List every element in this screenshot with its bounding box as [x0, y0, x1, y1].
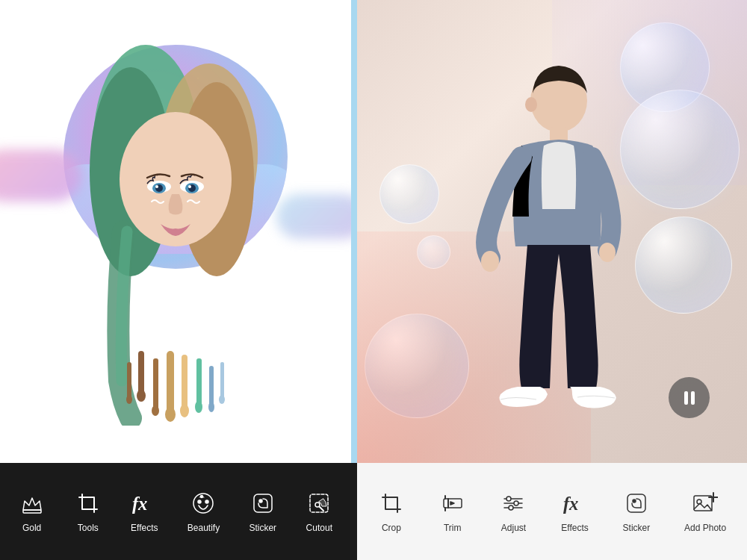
svg-point-24 — [208, 402, 214, 412]
svg-point-37 — [198, 500, 201, 503]
svg-point-22 — [195, 401, 202, 413]
tool-effects-right[interactable]: fx Effects — [555, 486, 594, 537]
left-panel — [0, 0, 351, 463]
svg-rect-19 — [182, 355, 187, 411]
pause-icon — [684, 391, 695, 405]
bottom-toolbars: Gold Tools fx Effects — [0, 463, 747, 560]
svg-text:fx: fx — [132, 494, 148, 514]
pause-button[interactable] — [669, 377, 710, 418]
svg-point-8 — [155, 185, 158, 188]
pause-bar-left — [684, 391, 688, 405]
tool-sticker-label: Sticker — [249, 523, 276, 533]
cutout-icon — [306, 490, 332, 517]
tool-sticker-right-label: Sticker — [623, 523, 651, 533]
tool-trim[interactable]: Trim — [433, 486, 472, 537]
tool-effects-label: Effects — [131, 523, 158, 533]
tool-add-photo-label: Add Photo — [684, 523, 726, 533]
svg-text:fx: fx — [562, 494, 578, 514]
svg-line-44 — [320, 507, 323, 511]
toolbar-separator — [351, 463, 357, 560]
svg-point-16 — [152, 405, 159, 416]
tool-sticker-right[interactable]: Sticker — [617, 486, 657, 537]
sticker-left-icon — [249, 490, 276, 517]
tool-effects[interactable]: fx Effects — [125, 486, 164, 537]
svg-point-32 — [481, 251, 499, 272]
tool-adjust-label: Adjust — [501, 523, 526, 533]
bubble-medium-lower-right — [635, 217, 732, 314]
trim-icon — [439, 490, 466, 517]
adjust-icon — [500, 490, 527, 517]
crop-right-icon — [378, 490, 405, 517]
tool-cutout-label: Cutout — [306, 523, 332, 533]
svg-point-52 — [514, 501, 518, 505]
bubble-small-left — [379, 164, 439, 224]
crown-icon — [19, 490, 46, 517]
left-toolbar: Gold Tools fx Effects — [0, 463, 351, 560]
tool-gold-label: Gold — [22, 523, 41, 533]
svg-rect-21 — [196, 358, 202, 407]
tool-sticker[interactable]: Sticker — [243, 486, 282, 537]
svg-rect-17 — [167, 351, 174, 414]
app-container: Gold Tools fx Effects — [0, 0, 747, 560]
tool-gold[interactable]: Gold — [13, 486, 52, 537]
tool-crop-label: Crop — [382, 523, 401, 533]
canvas-area — [0, 0, 747, 463]
svg-rect-23 — [209, 366, 214, 407]
svg-point-4 — [120, 112, 232, 246]
svg-rect-34 — [23, 510, 41, 513]
svg-rect-13 — [138, 351, 144, 396]
fx-right-icon: fx — [562, 490, 589, 517]
tool-add-photo[interactable]: Add Photo — [678, 486, 732, 537]
svg-point-41 — [259, 500, 262, 503]
svg-point-53 — [509, 505, 513, 510]
svg-point-38 — [205, 500, 208, 503]
svg-rect-55 — [627, 494, 645, 512]
tool-tools[interactable]: Tools — [69, 486, 108, 537]
svg-rect-25 — [220, 362, 224, 399]
svg-point-20 — [180, 404, 189, 417]
portrait-artwork — [49, 22, 303, 426]
pause-bar-right — [691, 391, 695, 405]
tool-crop[interactable]: Crop — [372, 486, 411, 537]
tool-adjust[interactable]: Adjust — [494, 486, 533, 537]
fx-left-icon: fx — [131, 490, 158, 517]
svg-rect-27 — [127, 362, 131, 399]
panel-separator — [351, 0, 357, 463]
svg-point-12 — [188, 185, 191, 188]
tool-cutout[interactable]: Cutout — [300, 486, 338, 537]
svg-point-43 — [315, 503, 320, 507]
tool-beautify-label: Beautify — [187, 523, 220, 533]
face-beautify-icon — [190, 490, 217, 517]
tool-effects-right-label: Effects — [561, 523, 588, 533]
svg-rect-40 — [254, 494, 272, 512]
svg-rect-15 — [153, 358, 158, 411]
svg-point-30 — [525, 97, 537, 112]
right-toolbar: Crop Trim — [357, 463, 747, 560]
tool-trim-label: Trim — [444, 523, 462, 533]
tool-beautify[interactable]: Beautify — [182, 486, 226, 537]
svg-point-51 — [506, 497, 511, 501]
sticker-right-icon — [623, 490, 650, 517]
svg-point-33 — [599, 243, 616, 262]
tool-tools-label: Tools — [78, 523, 99, 533]
walking-person — [462, 60, 626, 418]
crop-tools-icon — [75, 490, 102, 517]
left-artwork — [0, 0, 351, 463]
svg-point-14 — [137, 390, 146, 402]
svg-point-39 — [201, 496, 203, 498]
add-photo-icon — [692, 490, 719, 517]
right-panel — [357, 0, 747, 463]
svg-marker-47 — [450, 502, 454, 505]
right-artwork — [357, 0, 747, 463]
svg-point-26 — [219, 395, 225, 404]
svg-point-18 — [165, 407, 176, 422]
svg-point-28 — [126, 395, 132, 404]
svg-point-56 — [633, 500, 636, 503]
